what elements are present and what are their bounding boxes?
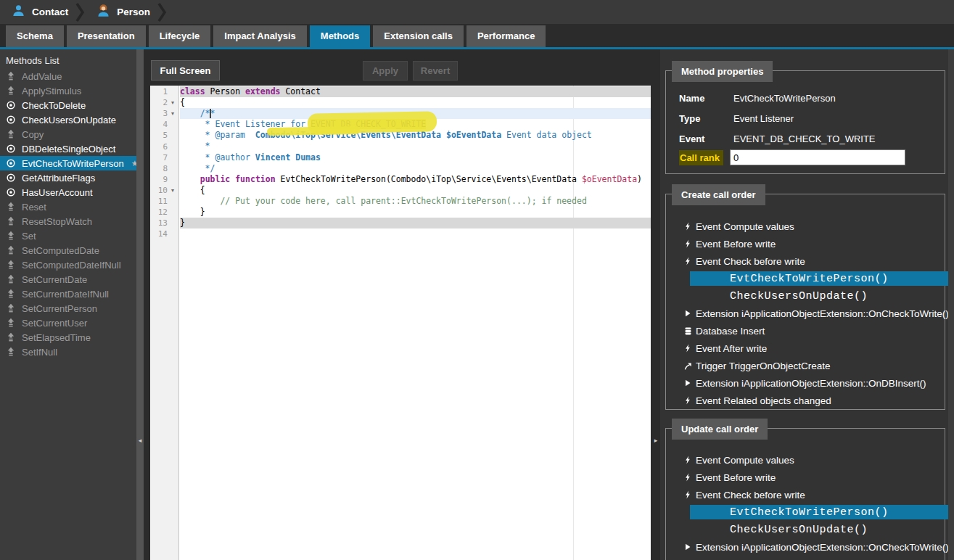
fold-arrow-icon[interactable]: ▾: [168, 99, 178, 106]
method-name: SetCurrentUser: [22, 318, 87, 329]
gutter-row: 8: [150, 163, 178, 174]
app-window: Contact Person SchemaPresentationLifecyc…: [0, 0, 954, 560]
step-label: Event After write: [696, 343, 767, 354]
property-row-name: Name EvtCheckToWritePerson: [679, 91, 836, 105]
star-icon: ★: [131, 159, 136, 168]
sidebar-item-addvalue[interactable]: AddValue: [0, 69, 136, 83]
method-name: HasUserAccount: [22, 187, 93, 198]
call-rank-label: Call rank: [679, 150, 723, 165]
call-order-method-evtchecktowriteperson[interactable]: EvtCheckToWritePerson(): [690, 505, 948, 519]
lightning-icon: [683, 221, 695, 231]
gutter-row: 7: [150, 152, 178, 163]
revert-button[interactable]: Revert: [413, 61, 458, 81]
code-line-6: *: [180, 141, 651, 152]
sidebar-item-setcurrentperson[interactable]: SetCurrentPerson: [0, 301, 136, 316]
sidebar-item-reset[interactable]: Reset: [0, 199, 136, 214]
editor-code-area[interactable]: class Person extends Contact{ /** * Even…: [180, 86, 651, 560]
property-value: Event Listener: [733, 113, 794, 124]
call-order-step-event-check-before-write: Event Check before write: [666, 252, 945, 270]
sidebar-item-checkusersonupdate[interactable]: CheckUsersOnUpdate: [0, 112, 136, 127]
apply-button[interactable]: Apply: [363, 61, 408, 81]
page-scrollbar[interactable]: [948, 49, 954, 560]
sidebar-item-copy[interactable]: Copy: [0, 127, 136, 141]
method-name: ApplyStimulus: [22, 86, 81, 96]
sidebar-collapse-icon[interactable]: ◂: [135, 434, 145, 447]
editor-gutter: 1 2 ▾ 3 ▾ 4 5 6 7 8 9 10 ▾ 11 12: [150, 86, 179, 560]
fold-arrow-icon[interactable]: ▾: [168, 110, 178, 117]
sidebar-item-hasuseraccount[interactable]: HasUserAccount: [0, 185, 136, 199]
sidebar-item-resetstopwatch[interactable]: ResetStopWatch: [0, 214, 136, 228]
sidebar-item-applystimulus[interactable]: ApplyStimulus: [0, 83, 136, 98]
trigger-arrow-icon: [683, 361, 695, 371]
editor-region: Full Screen Apply Revert 1 2 ▾ 3 ▾ 4 5 6…: [144, 49, 660, 560]
call-order-method-checkusersonupdate[interactable]: CheckUsersOnUpdate(): [690, 522, 948, 537]
tab-extension-calls[interactable]: Extension calls: [373, 25, 464, 47]
tab-bar: SchemaPresentationLifecycleImpact Analys…: [6, 25, 546, 47]
section-legend: Method properties: [672, 61, 773, 82]
call-rank-input[interactable]: [730, 149, 905, 165]
call-order-step-database-insert: Database Insert: [666, 322, 945, 339]
property-label: Type: [679, 113, 733, 124]
code-editor[interactable]: 1 2 ▾ 3 ▾ 4 5 6 7 8 9 10 ▾ 11 12: [150, 86, 651, 560]
line-number: 7: [150, 153, 168, 162]
inherited-arrow-icon: [6, 129, 16, 139]
tab-impact-analysis[interactable]: Impact Analysis: [213, 25, 307, 47]
call-order-step-event-before-write: Event Before write: [666, 469, 945, 486]
call-order-step: [666, 556, 945, 560]
sidebar-item-setcurrentdate[interactable]: SetCurrentDate: [0, 272, 136, 287]
tab-performance[interactable]: Performance: [466, 25, 546, 47]
property-row-event: Event EVENT_DB_CHECK_TO_WRITE: [679, 131, 876, 146]
code-line-9: public function EvtCheckToWritePerson(Co…: [180, 174, 651, 185]
tab-methods[interactable]: Methods: [310, 25, 370, 47]
breadcrumb-label: Contact: [32, 7, 68, 17]
method-name: EvtCheckToWritePerson: [22, 158, 124, 169]
sidebar-item-checktodelete[interactable]: CheckToDelete: [0, 98, 136, 112]
highlight-marker: [267, 126, 360, 136]
contact-icon: [12, 4, 25, 20]
sidebar-scrollbar[interactable]: [136, 49, 144, 560]
call-order-step-extension-iapplicationobjectextension-ondbinsert: Extension iApplicationObjectExtension::O…: [666, 374, 945, 392]
breadcrumb-item-contact[interactable]: Contact: [0, 0, 75, 24]
sidebar-item-setcurrentuser[interactable]: SetCurrentUser: [0, 316, 136, 330]
section-legend: Create call order: [672, 184, 765, 205]
inherited-arrow-icon: [6, 86, 16, 96]
panel-collapse-icon[interactable]: ▸: [651, 434, 661, 447]
property-label: Event: [679, 133, 733, 144]
full-screen-button[interactable]: Full Screen: [151, 60, 220, 81]
inherited-arrow-icon: [6, 318, 16, 328]
tab-lifecycle[interactable]: Lifecycle: [149, 25, 211, 47]
line-number: 1: [150, 87, 168, 96]
call-order-step-event-check-before-write: Event Check before write: [666, 486, 945, 503]
code-line-1: class Person extends Contact: [180, 86, 651, 97]
breadcrumb-items: Contact Person: [0, 0, 167, 24]
person-icon: [96, 4, 110, 20]
sidebar-item-setelapsedtime[interactable]: SetElapsedTime: [0, 330, 136, 345]
gutter-row: 5: [150, 130, 178, 141]
sidebar-item-setifnull[interactable]: SetIfNull: [0, 345, 136, 359]
tab-presentation[interactable]: Presentation: [67, 25, 146, 47]
gutter-row: 14: [150, 228, 178, 239]
fold-arrow-icon[interactable]: ▾: [168, 187, 178, 194]
method-name: SetCurrentPerson: [22, 303, 97, 314]
tab-schema[interactable]: Schema: [6, 25, 64, 47]
call-order-method-checkusersonupdate[interactable]: CheckUsersOnUpdate(): [690, 289, 948, 303]
play-icon: [683, 309, 695, 318]
sidebar-item-evtchecktowriteperson[interactable]: EvtCheckToWritePerson ★: [0, 156, 136, 170]
call-order-method-evtchecktowriteperson[interactable]: EvtCheckToWritePerson(): [690, 271, 948, 286]
gutter-row: 12: [150, 207, 178, 218]
property-row-call-rank: Call rank: [679, 150, 723, 165]
breadcrumb-item-person[interactable]: Person: [85, 0, 157, 24]
call-order-step-extension-iapplicationobjectextension-onchecktowrite: Extension iApplicationObjectExtension::O…: [666, 538, 945, 556]
sidebar-item-getattributeflags[interactable]: GetAttributeFlags: [0, 170, 136, 185]
sidebar-item-setcomputeddate[interactable]: SetComputedDate: [0, 243, 136, 258]
method-name: CheckToDelete: [22, 100, 86, 111]
sidebar-item-setcomputeddateifnull[interactable]: SetComputedDateIfNull: [0, 258, 136, 272]
methods-list: AddValue ApplyStimulus CheckToDelete Che…: [0, 69, 136, 359]
sidebar-item-set[interactable]: Set: [0, 228, 136, 243]
line-number: 13: [150, 218, 168, 228]
methods-sidebar: Methods List AddValue ApplyStimulus Chec…: [0, 49, 136, 560]
sidebar-item-dbdeletesingleobject[interactable]: DBDeleteSingleObject: [0, 141, 136, 156]
sidebar-item-setcurrentdateifnull[interactable]: SetCurrentDateIfNull: [0, 287, 136, 301]
step-label: Event Check before write: [696, 490, 805, 501]
method-call-label: EvtCheckToWritePerson(): [730, 506, 889, 519]
